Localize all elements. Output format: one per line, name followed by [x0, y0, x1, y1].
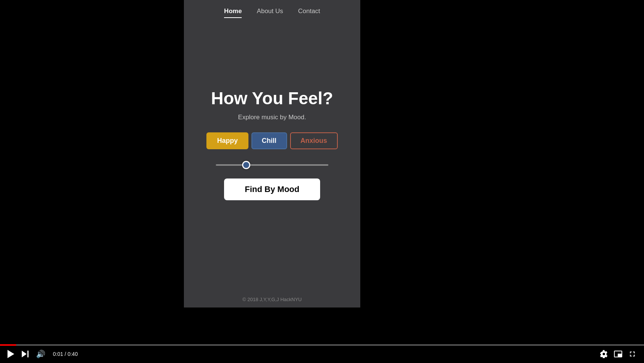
mood-slider[interactable] [216, 164, 328, 166]
skip-icon [22, 351, 29, 357]
controls-right [600, 350, 636, 358]
nav-contact[interactable]: Contact [298, 8, 320, 18]
progress-fill [0, 344, 16, 346]
video-controls: 🔊 0:01 / 0:40 [0, 308, 644, 363]
skip-button[interactable] [22, 351, 29, 357]
settings-button[interactable] [600, 350, 608, 358]
progress-bar[interactable] [0, 344, 644, 346]
miniplayer-icon [614, 351, 622, 357]
find-by-mood-button[interactable]: Find By Mood [224, 178, 320, 200]
main-content: How You Feel? Explore music by Mood. Hap… [206, 22, 337, 297]
miniplayer-button[interactable] [614, 351, 622, 357]
subtitle: Explore music by Mood. [238, 114, 306, 121]
play-icon [8, 350, 14, 358]
controls-left: 🔊 0:01 / 0:40 [8, 350, 78, 358]
play-button[interactable] [8, 350, 14, 358]
mood-buttons-group: Happy Chill Anxious [206, 132, 337, 149]
right-black-panel [360, 0, 644, 308]
volume-icon: 🔊 [36, 350, 45, 358]
left-black-panel [0, 0, 184, 308]
nav-home[interactable]: Home [224, 8, 242, 18]
fullscreen-button[interactable] [628, 350, 636, 358]
main-title: How You Feel? [211, 88, 333, 108]
mood-button-chill[interactable]: Chill [251, 132, 287, 149]
app-footer: © 2018 J,Y,Y,G,J HackNYU [184, 297, 360, 308]
video-player: Home About Us Contact How You Feel? Expl… [0, 0, 644, 363]
nav-about[interactable]: About Us [257, 8, 283, 18]
navigation: Home About Us Contact [184, 0, 360, 22]
time-display: 0:01 / 0:40 [53, 351, 78, 357]
app-content: Home About Us Contact How You Feel? Expl… [184, 0, 360, 308]
volume-button[interactable]: 🔊 [36, 350, 45, 358]
gear-icon [600, 350, 608, 358]
controls-row: 🔊 0:01 / 0:40 [0, 346, 644, 363]
mood-button-happy[interactable]: Happy [206, 132, 248, 149]
mood-button-anxious[interactable]: Anxious [290, 132, 338, 149]
mood-slider-container [216, 160, 328, 167]
fullscreen-icon [628, 350, 636, 358]
